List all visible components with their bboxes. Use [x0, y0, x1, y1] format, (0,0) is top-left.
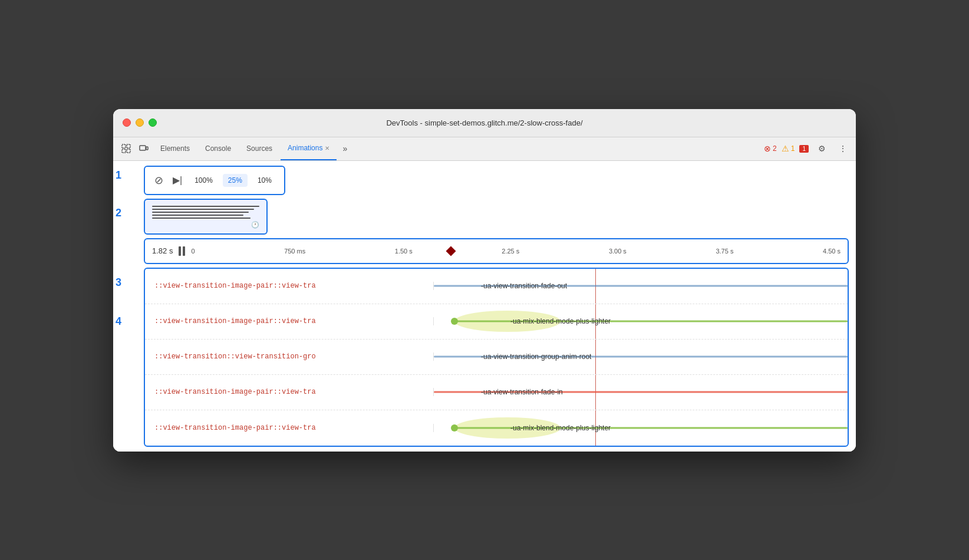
ruler-label-300: 3.00 s: [609, 248, 627, 255]
preview-line-5: [152, 218, 251, 219]
ruler-label-375: 3.75 s: [716, 248, 733, 255]
ruler-label-150: 1.50 s: [395, 248, 413, 255]
anim-track-2: -ua-mix-blend-mode-plus-lighter: [434, 304, 848, 339]
table-row: ::view-transition-image-pair::view-tra -…: [145, 375, 848, 410]
device-toggle-icon[interactable]: [136, 140, 152, 157]
ruler-label-225: 2.25 s: [502, 248, 519, 255]
info-count: 1: [799, 145, 809, 153]
ruler-label-450: 4.50 s: [823, 248, 841, 255]
animation-preview: [152, 206, 259, 219]
warning-count: 1: [791, 144, 795, 153]
speed-100-button[interactable]: 100%: [189, 174, 218, 187]
anim-label-5: ::view-transition-image-pair::view-tra: [145, 424, 434, 432]
time-marker: [451, 248, 458, 255]
traffic-lights: [123, 118, 157, 127]
svg-rect-3: [127, 149, 130, 153]
sections-wrapper: 1 ⊘ ▶| 100% 25% 10% 2: [113, 161, 856, 452]
section-label-2: 2: [116, 207, 121, 219]
close-button[interactable]: [123, 118, 131, 127]
section-label-1: 1: [116, 169, 121, 182]
track-line-1: [434, 285, 848, 287]
svg-rect-4: [140, 146, 146, 150]
svg-rect-0: [122, 144, 126, 148]
settings-icon[interactable]: ⚙: [813, 140, 830, 157]
track-line-4: [434, 391, 848, 393]
svg-rect-2: [122, 149, 126, 153]
warning-icon: ⚠: [782, 144, 789, 153]
tab-elements[interactable]: Elements: [153, 137, 197, 160]
svg-rect-1: [127, 144, 130, 148]
tab-right-icons: ⊗ 2 ⚠ 1 1 ⚙ ⋮: [764, 140, 851, 157]
section-label-4: 4: [116, 315, 121, 328]
ruler-labels: 0 750 ms 1.50 s 2.25 s 3.00 s 3.75 s 4.5…: [191, 248, 841, 255]
minimize-button[interactable]: [136, 118, 144, 127]
anim-track-3: -ua-view-transition-group-anim-root: [434, 340, 848, 374]
tab-more-button[interactable]: »: [338, 144, 352, 153]
preview-line-2: [152, 209, 254, 210]
error-count: 2: [773, 144, 777, 153]
preview-footer: 🕐: [152, 221, 259, 229]
timeline-ruler-panel[interactable]: 1.82 s 0 750 ms 1.50 s 2.25 s 3.00 s 3.7…: [144, 238, 849, 264]
track-line-3: [434, 356, 848, 358]
speed-25-button[interactable]: 25%: [223, 174, 248, 187]
info-badge: 1: [799, 145, 809, 153]
clock-icon: 🕐: [251, 221, 259, 229]
tab-animations[interactable]: Animations ✕: [281, 137, 337, 160]
error-badge: ⊗ 2: [764, 144, 777, 153]
section-label-3: 3: [116, 276, 121, 289]
main-content: 1 ⊘ ▶| 100% 25% 10% 2: [113, 161, 856, 452]
animation-controls: ⊘ ▶| 100% 25% 10%: [144, 166, 285, 195]
table-row: ::view-transition::view-transition-gro -…: [145, 340, 848, 375]
table-row: ::view-transition-image-pair::view-tra -…: [145, 269, 848, 304]
anim-label-2: ::view-transition-image-pair::view-tra: [145, 317, 434, 325]
track-dot-5: [451, 424, 458, 431]
anim-label-4: ::view-transition-image-pair::view-tra: [145, 388, 434, 396]
anim-label-1: ::view-transition-image-pair::view-tra: [145, 282, 434, 290]
ruler-label-0: 0: [191, 248, 195, 255]
animation-preview-panel: 🕐: [144, 199, 268, 235]
window-title: DevTools - simple-set-demos.glitch.me/2-…: [386, 118, 582, 127]
pause-icon: [179, 246, 185, 256]
track-line-5: [454, 427, 848, 429]
inspect-icon[interactable]: [118, 140, 134, 157]
timeline-ruler[interactable]: 0 750 ms 1.50 s 2.25 s 3.00 s 3.75 s 4.5…: [191, 239, 841, 263]
clear-button[interactable]: ⊘: [152, 172, 166, 189]
tab-bar: Elements Console Sources Animations ✕ » …: [113, 137, 856, 161]
devtools-window: DevTools - simple-set-demos.glitch.me/2-…: [113, 109, 856, 452]
track-line-2: [454, 321, 848, 322]
tab-sources[interactable]: Sources: [239, 137, 279, 160]
tab-console[interactable]: Console: [198, 137, 238, 160]
table-row: ::view-transition-image-pair::view-tra -…: [145, 304, 848, 340]
current-time-display: 1.82 s: [152, 246, 173, 255]
tab-close-icon[interactable]: ✕: [325, 145, 329, 151]
anim-track-1: -ua-view-transition-fade-out: [434, 269, 848, 304]
more-options-icon[interactable]: ⋮: [835, 140, 851, 157]
speed-10-button[interactable]: 10%: [252, 174, 277, 187]
table-row: ::view-transition-image-pair::view-tra -…: [145, 410, 848, 446]
anim-track-5: -ua-mix-blend-mode-plus-lighter: [434, 410, 848, 446]
anim-track-4: -ua-view-transition-fade-in: [434, 375, 848, 410]
devtools-body: Elements Console Sources Animations ✕ » …: [113, 137, 856, 452]
animation-rows-panel: ::view-transition-image-pair::view-tra -…: [144, 268, 849, 447]
warning-badge: ⚠ 1: [782, 144, 795, 153]
title-bar: DevTools - simple-set-demos.glitch.me/2-…: [113, 109, 856, 137]
svg-rect-5: [146, 147, 148, 150]
error-icon: ⊗: [764, 144, 771, 153]
ruler-label-750: 750 ms: [284, 248, 305, 255]
preview-line-3: [152, 212, 249, 213]
anim-label-3: ::view-transition::view-transition-gro: [145, 353, 434, 361]
play-button[interactable]: ▶|: [170, 172, 184, 188]
maximize-button[interactable]: [149, 118, 157, 127]
preview-line-4: [152, 215, 243, 216]
preview-line-1: [152, 206, 259, 207]
track-dot-2: [451, 318, 458, 325]
